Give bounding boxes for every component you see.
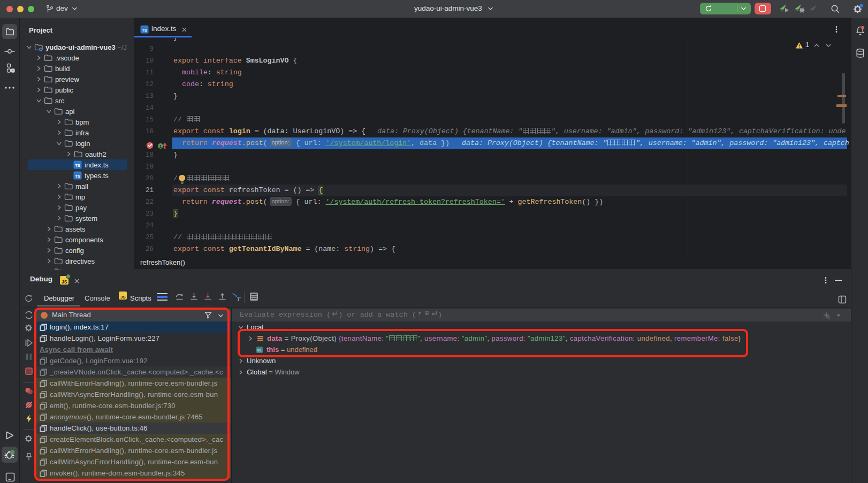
svg-text:TS: TS — [75, 163, 80, 168]
svg-text:TS: TS — [142, 28, 147, 33]
svg-text:01: 01 — [257, 348, 262, 352]
svg-text:1: 1 — [159, 144, 162, 149]
svg-text:TS: TS — [75, 174, 80, 179]
